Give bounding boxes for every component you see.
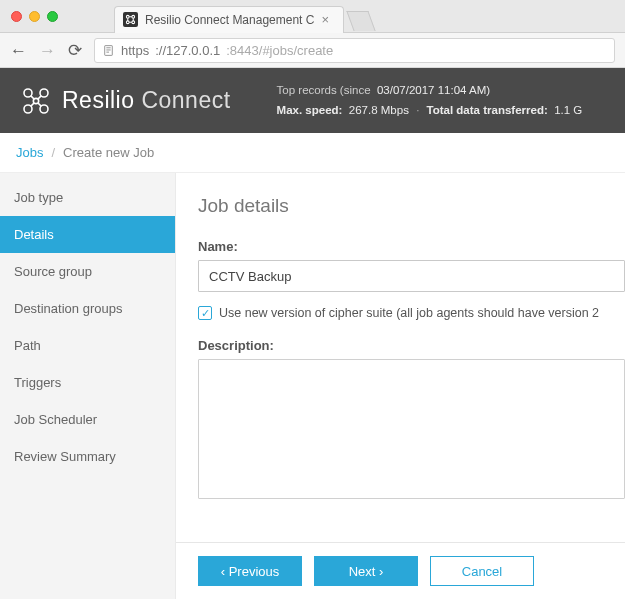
step-label: Review Summary [14,449,116,464]
tab-title: Resilio Connect Management C [145,13,314,27]
window-titlebar: Resilio Connect Management C × [0,0,625,33]
description-input[interactable] [198,359,625,499]
step-job-scheduler[interactable]: Job Scheduler [0,401,175,438]
back-icon[interactable]: ← [10,42,27,59]
step-path[interactable]: Path [0,327,175,364]
step-label: Source group [14,264,92,279]
previous-button[interactable]: ‹ Previous [198,556,302,586]
step-job-type[interactable]: Job type [0,179,175,216]
top-records-value: 03/07/2017 11:04 AM) [377,84,490,96]
description-label: Description: [198,338,625,353]
name-label: Name: [198,239,625,254]
cancel-button[interactable]: Cancel [430,556,534,586]
minimize-window-icon[interactable] [29,11,40,22]
svg-point-0 [126,15,129,18]
step-destination-groups[interactable]: Destination groups [0,290,175,327]
zoom-window-icon[interactable] [47,11,58,22]
step-review-summary[interactable]: Review Summary [0,438,175,475]
wizard-footer: ‹ Previous Next › Cancel [176,542,625,599]
favicon-icon [123,12,138,27]
reload-icon[interactable]: ⟳ [68,42,82,59]
breadcrumb-separator: / [51,145,55,160]
svg-rect-4 [105,45,113,55]
new-tab-button[interactable] [346,11,375,31]
step-label: Details [14,227,54,242]
step-source-group[interactable]: Source group [0,253,175,290]
step-details[interactable]: Details [0,216,175,253]
url-path: :8443/#jobs/create [226,43,333,58]
breadcrumb-root[interactable]: Jobs [16,145,43,160]
traffic-lights [0,11,58,22]
main-panel: Job details Name: ✓ Use new version of c… [176,173,625,599]
max-speed-value: 267.8 Mbps [349,104,409,116]
svg-point-2 [126,21,129,24]
forward-icon[interactable]: → [39,42,56,59]
cipher-row[interactable]: ✓ Use new version of cipher suite (all j… [198,306,625,320]
wizard-steps: Job type Details Source group Destinatio… [0,173,176,599]
total-data-label: Total data transferred: [427,104,548,116]
step-label: Job type [14,190,63,205]
page-title: Job details [198,195,625,217]
breadcrumb: Jobs / Create new Job [0,133,625,173]
page-info-icon[interactable] [102,44,115,57]
close-window-icon[interactable] [11,11,22,22]
next-button[interactable]: Next › [314,556,418,586]
top-records-label: Top records (since [277,84,371,96]
step-label: Path [14,338,41,353]
name-input[interactable] [198,260,625,292]
brand-logo-icon [20,85,52,117]
total-data-value: 1.1 G [554,104,582,116]
step-label: Triggers [14,375,61,390]
breadcrumb-current: Create new Job [63,145,154,160]
nav-controls: ← → ⟳ [10,42,82,59]
browser-toolbar: ← → ⟳ https://127.0.0.1:8443/#jobs/creat… [0,33,625,68]
brand: Resilio Connect [20,85,231,117]
app-header: Resilio Connect Top records (since 03/07… [0,68,625,133]
address-bar[interactable]: https://127.0.0.1:8443/#jobs/create [94,38,615,63]
brand-name-2: Connect [141,87,230,113]
url-scheme: https [121,43,149,58]
svg-point-9 [33,98,38,103]
svg-point-3 [132,21,135,24]
close-tab-icon[interactable]: × [321,12,329,27]
step-label: Destination groups [14,301,122,316]
cipher-label: Use new version of cipher suite (all job… [219,306,599,320]
page-body: Job type Details Source group Destinatio… [0,173,625,599]
checkbox-icon[interactable]: ✓ [198,306,212,320]
header-stats: Top records (since 03/07/2017 11:04 AM) … [277,81,583,120]
step-triggers[interactable]: Triggers [0,364,175,401]
svg-point-1 [132,15,135,18]
max-speed-label: Max. speed: [277,104,343,116]
browser-tab[interactable]: Resilio Connect Management C × [114,6,344,33]
brand-name-1: Resilio [62,87,135,113]
step-label: Job Scheduler [14,412,97,427]
url-host: ://127.0.0.1 [155,43,220,58]
